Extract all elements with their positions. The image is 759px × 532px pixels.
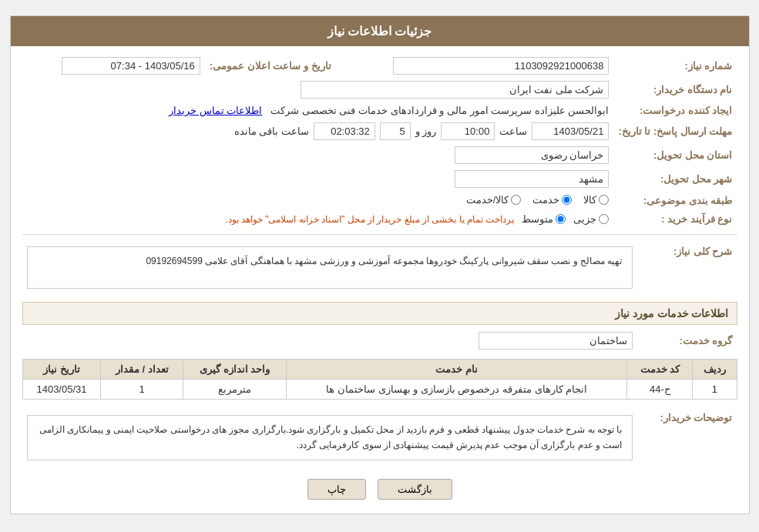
cell-radif: 1	[693, 380, 737, 400]
page-header: جزئیات اطلاعات نیاز	[11, 16, 749, 46]
ettelaat-khadamat-title: اطلاعات خدمات مورد نیاز	[22, 302, 737, 325]
tarikh-sabt-value: 1403/05/16 - 07:34	[62, 57, 200, 75]
tabaqe-option-kala-khadamat[interactable]: کالا/خدمت	[466, 194, 522, 206]
rooz-label: روز و	[415, 125, 437, 137]
services-table: ردیف کد خدمت نام خدمت واحد اندازه گیری ت…	[22, 359, 737, 400]
cell-kod: ح-44	[627, 380, 693, 400]
tabaqe-radio-group: کالا خدمت کالا/خدمت	[466, 194, 610, 206]
shomara-niaz-label: شماره نیاز:	[613, 54, 737, 78]
sharh-label: شرح کلی نیاز:	[637, 239, 737, 296]
gorooh-label: گروه خدمت:	[637, 329, 737, 353]
print-button[interactable]: چاپ	[307, 479, 366, 500]
col-kod: کد خدمت	[627, 360, 693, 380]
rooz-value: 5	[380, 122, 411, 140]
ettelaat-tamas-link[interactable]: اطلاعات تماس خریدار	[169, 105, 262, 116]
col-vahed: واحد اندازه گیری	[183, 360, 287, 380]
gorooh-value: ساختمان	[479, 332, 633, 350]
baqi-mande-value: 02:03:32	[314, 122, 375, 140]
mohlat-row: 1403/05/21 ساعت 10:00 روز و 5 02:03:32 س…	[27, 122, 610, 140]
nam-dastgah-value: شرکت ملی نفت ایران	[301, 81, 609, 99]
col-tedad: تعداد / مقدار	[101, 360, 183, 380]
tosihaat-label: توضیحات خریدار:	[637, 406, 737, 470]
divider-1	[22, 234, 737, 235]
cell-name: انجام کارهای متفرقه درخصوص بازسازی و بهس…	[287, 380, 627, 400]
nam-dastgah-label: نام دستگاه خریدار:	[613, 78, 737, 102]
saat-label: ساعت	[499, 125, 527, 137]
tosihaat-text: با توجه به شرح خدمات جدول پیشنهاد قطعی و…	[39, 424, 622, 450]
table-row: 1 ح-44 انجام کارهای متفرقه درخصوص بازساز…	[22, 380, 737, 400]
sharh-section: شرح کلی نیاز: تهیه مصالح و نصب سقف شیروا…	[22, 239, 737, 296]
tosihaat-value: با توجه به شرح خدمات جدول پیشنهاد قطعی و…	[27, 415, 633, 460]
col-radif: ردیف	[693, 360, 737, 380]
content-area: شماره نیاز: 1103092921000638 تاریخ و ساع…	[11, 46, 749, 514]
form-section-1: شماره نیاز: 1103092921000638 تاریخ و ساع…	[22, 54, 737, 228]
ijad-konande-value: ابوالحسن علیزاده سرپرست امور مالی و قرار…	[270, 105, 609, 116]
page-title: جزئیات اطلاعات نیاز	[327, 25, 432, 38]
tarikh-value: 1403/05/21	[532, 122, 609, 140]
baqi-mande-label: ساعت باقی مانده	[234, 125, 309, 137]
tarikh-label: تاریخ و ساعت اعلان عمومی:	[205, 54, 336, 78]
farayand-motavaset[interactable]: متوسط	[522, 213, 566, 225]
shomara-niaz-value: 1103092921000638	[393, 57, 609, 75]
shahr-label: شهر محل تحویل:	[613, 167, 737, 191]
purchase-type-row: جزیی متوسط پرداخت تمام یا بخشی از مبلغ خ…	[27, 213, 610, 225]
col-name: نام خدمت	[287, 360, 627, 380]
main-container: جزئیات اطلاعات نیاز شماره نیاز: 11030929…	[10, 15, 750, 514]
farayand-jozei[interactable]: جزیی	[573, 213, 609, 225]
cell-vahed: مترمربع	[183, 380, 287, 400]
tabaqe-option-kala[interactable]: کالا	[583, 194, 609, 206]
col-tarikh: تاریخ نیاز	[22, 360, 101, 380]
shahr-value: مشهد	[455, 170, 609, 188]
sharh-value: تهیه مصالح و نصب سقف شیروانی پارکینگ خود…	[27, 246, 633, 289]
gorooh-section: گروه خدمت: ساختمان	[22, 329, 737, 353]
cell-tarikh: 1403/05/31	[22, 380, 101, 400]
ijad-konande-label: ایجاد کننده درخواست:	[613, 102, 737, 119]
ostan-value: خراسان رضوی	[455, 146, 609, 164]
mohlat-label: مهلت ارسال پاسخ: تا تاریخ:	[613, 119, 737, 143]
tosihaat-section: توضیحات خریدار: با توجه به شرح خدمات جدو…	[22, 406, 737, 470]
back-button[interactable]: بازگشت	[378, 479, 452, 500]
farayand-note: پرداخت تمام یا بخشی از مبلغ خریدار از مح…	[225, 214, 514, 225]
saat-value: 10:00	[441, 122, 495, 140]
ostan-label: استان محل تحویل:	[613, 143, 737, 167]
tabaqe-option-khadamat[interactable]: خدمت	[532, 194, 572, 206]
cell-tedad: 1	[101, 380, 183, 400]
tabaqe-label: طبقه بندی موضوعی:	[613, 191, 737, 210]
button-row: بازگشت چاپ	[22, 479, 737, 500]
nove-farayand-label: نوع فرآیند خرید :	[613, 210, 737, 228]
